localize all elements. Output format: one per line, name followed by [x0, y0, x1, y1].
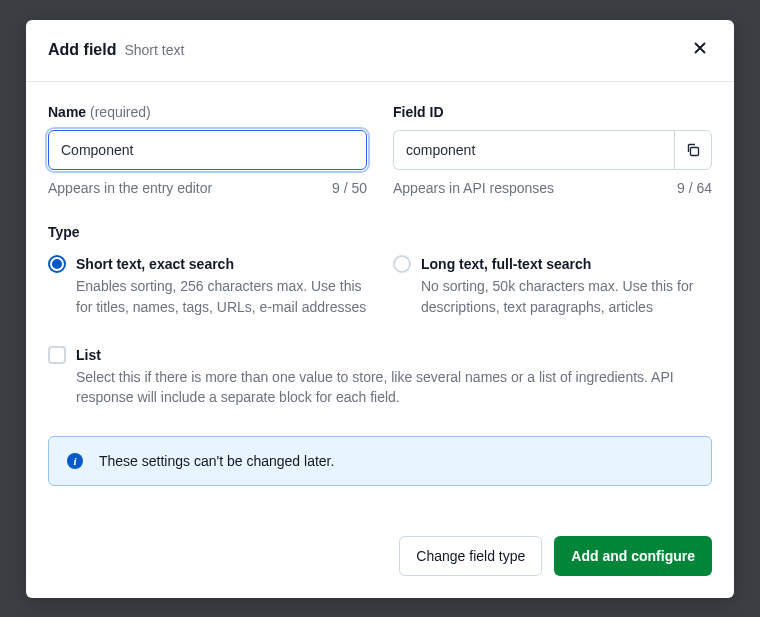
field-id-label: Field ID [393, 104, 712, 120]
name-required-hint: (required) [90, 104, 151, 120]
name-counter: 9 / 50 [332, 180, 367, 196]
radio-short-text-content: Short text, exact search Enables sorting… [76, 254, 367, 317]
field-id-helper-text: Appears in API responses [393, 180, 554, 196]
type-section-label: Type [48, 224, 712, 240]
radio-long-title[interactable]: Long text, full-text search [421, 254, 712, 274]
name-helper-text: Appears in the entry editor [48, 180, 212, 196]
modal-subtitle: Short text [124, 42, 184, 58]
list-checkbox-content: List Select this if there is more than o… [76, 345, 712, 408]
info-banner-text: These settings can't be changed later. [99, 453, 334, 469]
list-desc: Select this if there is more than one va… [76, 367, 712, 408]
close-button[interactable] [688, 36, 712, 63]
add-and-configure-button[interactable]: Add and configure [554, 536, 712, 576]
info-banner: i These settings can't be changed later. [48, 436, 712, 486]
info-icon: i [67, 453, 83, 469]
svg-rect-0 [690, 148, 698, 156]
type-option-short: Short text, exact search Enables sorting… [48, 254, 367, 317]
field-row: Name (required) Appears in the entry edi… [48, 104, 712, 196]
radio-short-desc: Enables sorting, 256 characters max. Use… [76, 276, 367, 317]
modal-footer: Change field type Add and configure [26, 486, 734, 598]
radio-short-title[interactable]: Short text, exact search [76, 254, 367, 274]
radio-short-text[interactable] [48, 255, 66, 273]
modal-title-wrap: Add field Short text [48, 41, 184, 59]
close-icon [692, 40, 708, 56]
modal-title: Add field [48, 41, 116, 59]
modal-body: Name (required) Appears in the entry edi… [26, 82, 734, 486]
list-title[interactable]: List [76, 345, 712, 365]
radio-long-text[interactable] [393, 255, 411, 273]
name-column: Name (required) Appears in the entry edi… [48, 104, 367, 196]
list-checkbox-row: List Select this if there is more than o… [48, 345, 712, 408]
copy-field-id-button[interactable] [674, 130, 713, 170]
modal-header: Add field Short text [26, 20, 734, 82]
list-checkbox[interactable] [48, 346, 66, 364]
change-field-type-button[interactable]: Change field type [399, 536, 542, 576]
field-id-input-wrap [393, 130, 712, 170]
field-id-input[interactable] [393, 130, 674, 170]
field-id-helper-row: Appears in API responses 9 / 64 [393, 180, 712, 196]
add-field-modal: Add field Short text Name (required) App… [26, 20, 734, 598]
name-helper-row: Appears in the entry editor 9 / 50 [48, 180, 367, 196]
name-label: Name (required) [48, 104, 367, 120]
field-id-column: Field ID Appears in API responses 9 / 64 [393, 104, 712, 196]
copy-icon [685, 142, 701, 158]
name-label-text: Name [48, 104, 86, 120]
radio-long-text-content: Long text, full-text search No sorting, … [421, 254, 712, 317]
type-option-long: Long text, full-text search No sorting, … [393, 254, 712, 317]
type-radio-row: Short text, exact search Enables sorting… [48, 254, 712, 317]
radio-long-desc: No sorting, 50k characters max. Use this… [421, 276, 712, 317]
name-input[interactable] [48, 130, 367, 170]
field-id-counter: 9 / 64 [677, 180, 712, 196]
